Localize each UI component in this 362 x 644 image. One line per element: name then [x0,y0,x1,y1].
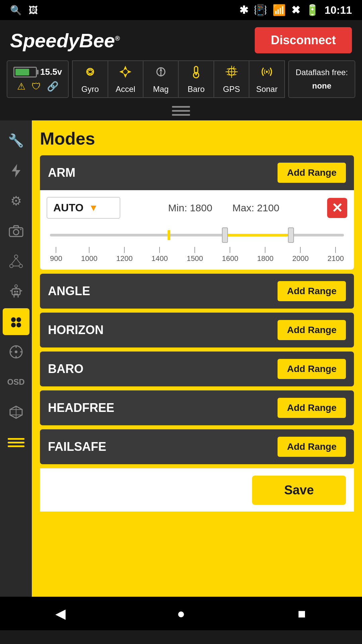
slider-current-marker [168,230,170,240]
vibrate-icon: 📳 [254,4,267,16]
auto-dropdown[interactable]: AUTO ▼ [47,197,120,219]
mode-card-arm: ARM Add Range AUTO ▼ Min: 1800 Max: 2100… [40,155,354,270]
sensor-gyro: Gyro [72,60,107,98]
slider-active-range [223,234,288,236]
tick-1800: 1800 [257,247,274,263]
add-range-button-headfree[interactable]: Add Range [278,398,346,418]
sensor-bar: 15.5v ⚠ 🛡 🔗 Gyro [0,60,362,101]
tick-2000: 2000 [292,247,309,263]
mag-icon [154,64,168,83]
baro-icon [189,64,203,83]
svg-point-23 [19,264,22,268]
app-logo: SpeedyBee® [10,29,120,52]
sidebar-item-lightning[interactable] [3,157,29,184]
slider-handle-right[interactable] [288,227,294,243]
sensor-sonar: Sonar [249,60,285,98]
add-range-button-horizon[interactable]: Add Range [278,320,346,340]
sidebar-item-cube[interactable] [3,399,29,426]
mode-header-baro: BARO Add Range [40,352,354,386]
auto-text: AUTO [53,202,83,214]
mode-card-baro: BARO Add Range [40,352,354,386]
mode-header-arm: ARM Add Range [40,155,354,190]
add-range-button-failsafe[interactable]: Add Range [278,437,346,457]
battery-box: 15.5v ⚠ 🛡 🔗 [7,60,69,98]
home-button[interactable]: ● [168,600,194,627]
svg-marker-17 [12,164,20,177]
save-button[interactable]: Save [252,476,346,505]
svg-rect-12 [195,73,197,75]
sensor-icons: Gyro Accel Mag [72,60,285,98]
dataflash-box: Dataflash free: none [288,60,355,98]
svg-marker-5 [123,73,127,78]
disconnect-button[interactable]: Disconnect [255,27,352,53]
range-values: Min: 1800 Max: 2100 [127,202,320,214]
delete-button-arm[interactable]: ✕ [327,198,347,218]
back-button[interactable]: ◀ [47,600,74,627]
tick-2100: 2100 [327,247,344,263]
svg-marker-4 [127,70,131,74]
gps-label: GPS [223,85,240,94]
recents-button[interactable]: ■ [288,600,315,627]
status-bar: 🔍 🖼 ✱ 📳 📶 ✖ 🔋 10:11 [0,0,362,20]
slider-handle-left[interactable] [222,227,228,243]
mode-card-horizon: HORIZON Add Range [40,313,354,347]
sidebar-item-network[interactable] [3,248,29,275]
link-icon: 🔗 [47,81,59,92]
sidebar-item-modes[interactable] [3,308,29,335]
sidebar: 🔧 ⚙ [0,120,32,597]
battery-icons-row: ⚠ 🛡 🔗 [17,81,59,92]
sidebar-item-osd[interactable]: OSD [3,369,29,395]
sidebar-item-hamburger[interactable] [3,429,29,456]
mode-name-baro: BARO [48,362,83,376]
mode-header-headfree: HEADFREE Add Range [40,390,354,425]
battery-indicator: 15.5v [13,67,62,77]
arm-controls: AUTO ▼ Min: 1800 Max: 2100 ✕ [47,197,347,219]
arm-expanded: AUTO ▼ Min: 1800 Max: 2100 ✕ [40,190,354,270]
svg-point-22 [10,264,13,268]
warning-icon: ⚠ [17,81,25,92]
gyro-label: Gyro [81,85,99,94]
sidebar-item-wrench[interactable]: 🔧 [3,127,29,154]
gps-icon [224,64,239,83]
bottom-nav: ◀ ● ■ [0,597,362,630]
mode-name-horizon: HORIZON [48,323,104,337]
sidebar-item-spin[interactable] [3,338,29,365]
sidebar-item-camera[interactable] [3,218,29,245]
dropdown-arrow-icon: ▼ [89,203,98,213]
svg-rect-29 [16,291,18,292]
svg-rect-28 [14,291,16,292]
slider-container: 900 1000 1200 1400 1500 1600 1800 2000 2… [47,227,347,263]
sonar-icon [259,64,274,83]
app-header: SpeedyBee® Disconnect [0,20,362,60]
mode-name-angle: ANGLE [48,284,90,298]
sonar-label: Sonar [256,85,278,94]
svg-point-42 [15,351,17,353]
svg-point-40 [16,323,21,327]
slider-labels: 900 1000 1200 1400 1500 1600 1800 2000 2… [50,247,344,263]
sidebar-item-gear[interactable]: ⚙ [3,187,29,214]
svg-point-38 [16,317,21,322]
wifi-icon: 📶 [273,4,286,16]
menu-toggle[interactable] [172,106,190,116]
svg-rect-30 [14,293,18,294]
mode-card-headfree: HEADFREE Add Range [40,390,354,425]
add-range-button-arm[interactable]: Add Range [278,163,346,183]
mode-header-angle: ANGLE Add Range [40,274,354,309]
svg-point-37 [11,317,16,322]
baro-label: Baro [188,85,205,94]
save-bar: Save [40,468,354,512]
add-range-button-baro[interactable]: Add Range [278,359,346,379]
add-range-button-angle[interactable]: Add Range [278,281,346,301]
mode-name-headfree: HEADFREE [48,401,114,415]
tick-1500: 1500 [187,247,203,263]
search-icon: 🔍 [10,5,22,16]
sensor-baro: Baro [178,60,213,98]
tick-1600: 1600 [222,247,238,263]
sensor-mag: Mag [143,60,178,98]
status-left: 🔍 🖼 [10,5,38,16]
sidebar-item-robot[interactable] [3,278,29,305]
sensor-accel: Accel [108,60,143,98]
content-area: Modes ARM Add Range AUTO ▼ Min: 1800 Max… [32,120,362,597]
svg-marker-6 [119,70,124,74]
status-right: ✱ 📳 📶 ✖ 🔋 10:11 [239,4,352,16]
